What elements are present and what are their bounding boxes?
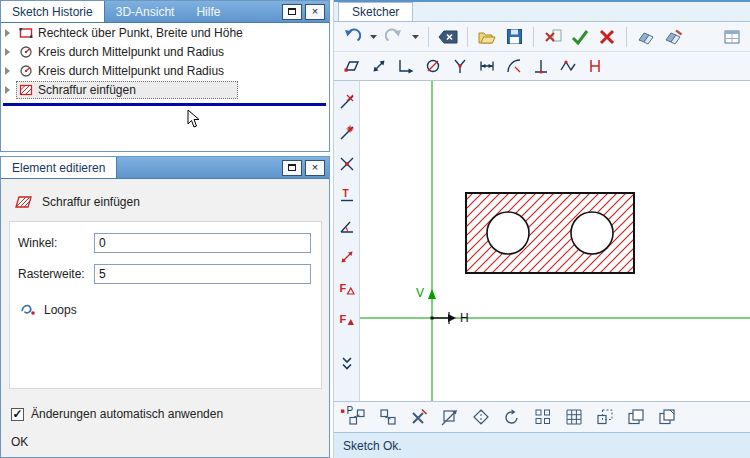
rotate-arc-icon [503,408,521,426]
tab-sketch-historie[interactable]: Sketch Historie [1,1,105,22]
rotate-geometry-button[interactable] [501,406,523,428]
scale-geometry-button[interactable] [594,406,616,428]
auto-apply-checkbox[interactable]: ✓ [11,408,24,421]
circle-modify-button[interactable] [422,55,444,77]
undo-dropdown-button[interactable] [368,26,378,48]
element-edit-window: Element editieren × Schraffur einfügen W… [0,156,330,458]
expander-icon[interactable] [5,29,10,37]
v-axis-label: V [416,286,424,300]
fix-constraint-b-button[interactable]: F [337,310,357,328]
insertion-indicator-line [3,103,326,106]
close-button[interactable]: × [305,160,325,176]
chevron-down-icon [412,35,419,39]
tab-label: 3D-Ansicht [116,5,175,19]
spacing-label: Rasterweite: [18,267,94,281]
angle-constraint-button[interactable] [337,217,357,235]
point-tool-button[interactable]: P [337,400,357,418]
delete-x-icon [410,408,428,426]
undo-icon [343,28,361,46]
collapse-toolbar-button[interactable] [337,355,357,373]
stretch-button[interactable] [368,55,390,77]
tab-label: Sketcher [352,5,399,19]
undo-button[interactable] [341,26,363,48]
scale-rect-icon [596,408,614,426]
window-buttons: × [282,1,329,22]
snap-point-button[interactable] [337,93,357,111]
delete-geometry-button[interactable] [408,406,430,428]
window-grid-button[interactable] [721,26,743,48]
polyline-join-button[interactable] [557,55,579,77]
close-button[interactable]: × [305,4,325,20]
open-sketch-button[interactable] [476,26,498,48]
perpendicular-button[interactable] [530,55,552,77]
redo-dropdown-button[interactable] [410,26,420,48]
redo-button[interactable] [383,26,405,48]
svg-text:F: F [339,313,346,325]
spacing-input[interactable] [94,264,311,284]
reorder-b-button[interactable] [377,406,399,428]
pattern-grid-button[interactable] [563,406,585,428]
history-row-circle-1[interactable]: Kreis durch Mittelpunkt und Radius [1,42,329,61]
move-geometry-button[interactable] [439,406,461,428]
tab-3d-ansicht[interactable]: 3D-Ansicht [105,1,186,22]
paste-stack-icon [658,408,676,426]
window-buttons: × [282,157,329,178]
sketch-circle-right[interactable] [571,212,613,254]
status-text: Sketch Ok. [343,439,402,453]
svg-text:P: P [346,405,353,416]
snap-star-button[interactable] [337,124,357,142]
distance-constraint-button[interactable] [337,248,357,266]
corner-arrow-icon [397,57,415,75]
ok-button[interactable]: OK [11,435,28,449]
loops-row[interactable]: Loops [20,302,311,317]
polyline-join-icon [559,57,577,75]
history-row-circle-2[interactable]: Kreis durch Mittelpunkt und Radius [1,61,329,80]
tangent-arc-button[interactable] [503,55,525,77]
tab-sketcher[interactable]: Sketcher [338,2,413,21]
sketch-circle-left[interactable] [487,212,529,254]
expander-icon[interactable] [5,67,10,75]
tangent-constraint-button[interactable]: T [337,186,357,204]
accept-sketch-button[interactable] [569,26,591,48]
hatched-rectangle[interactable] [466,193,634,273]
paste-geometry-button[interactable] [656,406,678,428]
tangent-constraint-icon: T [338,186,356,204]
maximize-button[interactable] [282,4,302,20]
snap-intersection-button[interactable] [337,155,357,173]
app-screen: Sketch Historie 3D-Ansicht Hilfe × Recht… [0,0,750,458]
tab-hilfe[interactable]: Hilfe [185,1,231,22]
move-vertex-button[interactable] [341,55,363,77]
dimension-red-button[interactable] [584,55,606,77]
fix-constraint-a-button[interactable]: F [337,279,357,297]
corner-arrow-button[interactable] [395,55,417,77]
cancel-sketch-button[interactable] [596,26,618,48]
expander-icon[interactable] [5,48,10,56]
angle-constraint-icon [338,217,356,235]
angle-field-row: Winkel: [18,233,311,253]
pattern-rect-button[interactable] [532,406,554,428]
sketch-canvas[interactable]: V H [360,81,750,401]
split-button[interactable] [449,55,471,77]
mouse-cursor [187,109,201,129]
eraser-pencil-button[interactable] [662,26,684,48]
expander-icon[interactable] [5,86,10,94]
green-check-icon [571,29,589,45]
save-sketch-button[interactable] [503,26,525,48]
editor-window-title-tab[interactable]: Element editieren [1,157,117,178]
eraser-button[interactable] [635,26,657,48]
angle-label: Winkel: [18,236,94,250]
origin-marker: V H [416,286,469,325]
auto-apply-label: Änderungen automatisch anwenden [31,407,223,421]
maximize-button[interactable] [282,160,302,176]
mirror-geometry-button[interactable] [470,406,492,428]
backspace-delete-button[interactable] [437,26,459,48]
hatch-icon [14,193,33,210]
delete-element-button[interactable] [542,26,564,48]
copy-geometry-button[interactable] [625,406,647,428]
history-row-hatch[interactable]: Schraffur einfügen [1,80,329,99]
dimension-horizontal-button[interactable] [476,55,498,77]
snap-point-icon [338,93,356,111]
angle-input[interactable] [94,233,311,253]
tab-label: Sketch Historie [12,5,93,19]
history-row-rectangle[interactable]: Rechteck über Punkt, Breite und Höhe [1,23,329,42]
